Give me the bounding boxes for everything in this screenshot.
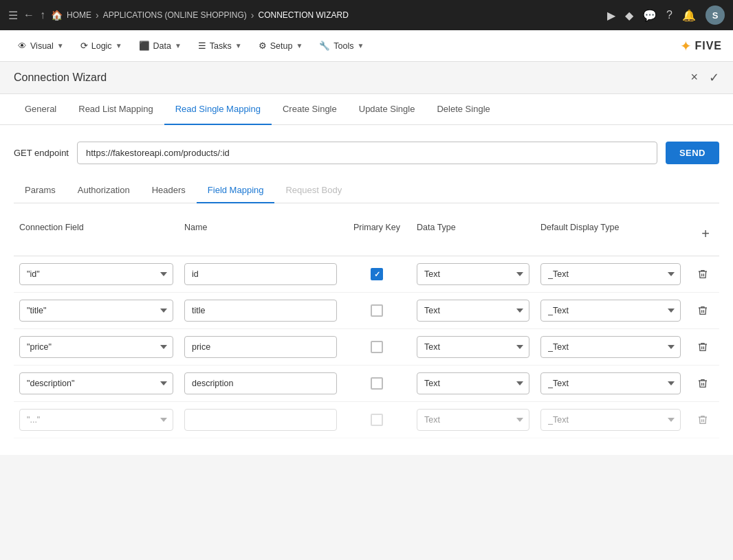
sub-tab-field-mapping[interactable]: Field Mapping bbox=[197, 178, 275, 203]
sub-tab-params[interactable]: Params bbox=[14, 178, 67, 203]
delete-row-button-3[interactable] bbox=[693, 374, 712, 393]
name-input-4[interactable] bbox=[184, 409, 337, 431]
cell-delete-2 bbox=[686, 337, 719, 357]
sub-tab-headers[interactable]: Headers bbox=[141, 178, 197, 203]
data-caret: ▼ bbox=[175, 42, 182, 49]
nav-visual[interactable]: 👁 Visual ▼ bbox=[11, 37, 71, 55]
name-input-3[interactable] bbox=[184, 372, 337, 394]
tab-general[interactable]: General bbox=[14, 94, 67, 125]
endpoint-label: GET endpoint bbox=[14, 148, 69, 158]
help-icon[interactable]: ? bbox=[666, 9, 672, 21]
data-type-select-4[interactable]: Text bbox=[417, 409, 529, 431]
cell-delete-0 bbox=[686, 265, 719, 284]
default-display-select-4[interactable]: _Text bbox=[540, 409, 681, 431]
connection-field-select-3[interactable]: "description" bbox=[19, 372, 173, 394]
cell-name-3 bbox=[179, 372, 342, 394]
connection-field-select-2[interactable]: "price" bbox=[19, 336, 173, 358]
tab-create-single[interactable]: Create Single bbox=[272, 94, 348, 125]
send-button[interactable]: SEND bbox=[666, 142, 719, 164]
sub-tab-request-body: Request Body bbox=[274, 178, 353, 203]
name-input-1[interactable] bbox=[184, 300, 337, 322]
wizard-close-button[interactable]: × bbox=[690, 70, 698, 85]
up-icon[interactable]: ↑ bbox=[40, 9, 45, 21]
primary-key-checkbox-4[interactable] bbox=[371, 414, 383, 426]
tab-update-single[interactable]: Update Single bbox=[348, 94, 426, 125]
back-icon[interactable]: ← bbox=[23, 9, 34, 21]
breadcrumb-home[interactable]: HOME bbox=[67, 10, 91, 20]
primary-key-checkbox-0[interactable] bbox=[371, 268, 383, 280]
hamburger-icon[interactable]: ☰ bbox=[8, 9, 18, 22]
table-row: "..." Text bbox=[14, 402, 719, 438]
endpoint-input[interactable] bbox=[77, 142, 657, 164]
tab-delete-single[interactable]: Delete Single bbox=[426, 94, 501, 125]
name-input-0[interactable] bbox=[184, 263, 337, 285]
cell-primary-key-2 bbox=[342, 341, 411, 353]
name-input-2[interactable] bbox=[184, 336, 337, 358]
nav-data[interactable]: ⬛ Data ▼ bbox=[132, 36, 188, 55]
delete-row-button-4[interactable] bbox=[693, 410, 712, 429]
diamond-icon[interactable]: ◆ bbox=[625, 9, 633, 22]
primary-key-checkbox-3[interactable] bbox=[371, 377, 383, 390]
default-display-select-1[interactable]: _Text _Number bbox=[540, 300, 681, 322]
cell-default-display-3: _Text _Number bbox=[535, 372, 686, 394]
table-rows-container: "id" Text Number Boolean D bbox=[14, 256, 719, 438]
connection-field-select-1[interactable]: "title" bbox=[19, 300, 173, 322]
nav-logic[interactable]: ⟳ Logic ▼ bbox=[74, 36, 129, 55]
tasks-label: Tasks bbox=[210, 41, 232, 51]
logic-label: Logic bbox=[91, 41, 112, 51]
cell-name-0 bbox=[179, 263, 342, 285]
visual-caret: ▼ bbox=[57, 42, 64, 49]
delete-row-button-1[interactable] bbox=[693, 301, 712, 320]
breadcrumb-sep-1: › bbox=[96, 10, 99, 21]
add-row-button[interactable]: + bbox=[694, 223, 716, 245]
tab-read-single[interactable]: Read Single Mapping bbox=[164, 94, 272, 125]
nav-setup[interactable]: ⚙ Setup ▼ bbox=[252, 36, 310, 55]
bell-icon[interactable]: 🔔 bbox=[682, 9, 696, 22]
tools-label: Tools bbox=[333, 41, 353, 51]
breadcrumb-app[interactable]: APPLICATIONS (ONLINE SHOPPING) bbox=[103, 10, 247, 20]
cell-primary-key-0 bbox=[342, 268, 411, 280]
wizard-actions: × ✓ bbox=[690, 70, 719, 85]
cell-data-type-4: Text bbox=[411, 409, 535, 431]
table-row: "title" Text Number bbox=[14, 293, 719, 329]
cell-connection-field-1: "title" bbox=[14, 300, 179, 322]
default-display-select-0[interactable]: _Text _Number _Date bbox=[540, 263, 681, 285]
home-icon: 🏠 bbox=[51, 10, 63, 21]
cell-data-type-0: Text Number Boolean Date bbox=[411, 263, 535, 285]
cell-connection-field-2: "price" bbox=[14, 336, 179, 358]
cell-data-type-2: Text Number bbox=[411, 336, 535, 358]
setup-label: Setup bbox=[270, 41, 293, 51]
play-icon[interactable]: ▶ bbox=[607, 9, 615, 22]
connection-field-select-4[interactable]: "..." bbox=[19, 409, 173, 431]
main-content: Connection Wizard × ✓ General Read List … bbox=[0, 62, 733, 455]
sub-tabs: Params Authorization Headers Field Mappi… bbox=[14, 178, 719, 203]
wizard-confirm-button[interactable]: ✓ bbox=[709, 70, 719, 85]
setup-caret: ▼ bbox=[296, 42, 303, 49]
tab-read-list[interactable]: Read List Mapping bbox=[67, 94, 164, 125]
data-type-select-0[interactable]: Text Number Boolean Date bbox=[417, 263, 529, 285]
data-type-select-1[interactable]: Text Number bbox=[417, 300, 529, 322]
primary-key-checkbox-2[interactable] bbox=[371, 341, 383, 353]
nav-tools[interactable]: 🔧 Tools ▼ bbox=[312, 36, 371, 55]
sub-tab-authorization[interactable]: Authorization bbox=[67, 178, 141, 203]
data-label: Data bbox=[153, 41, 171, 51]
default-display-select-3[interactable]: _Text _Number bbox=[540, 372, 681, 394]
nav-tasks[interactable]: ☰ Tasks ▼ bbox=[191, 36, 249, 55]
delete-row-button-2[interactable] bbox=[693, 337, 712, 357]
data-type-select-3[interactable]: Text Number bbox=[417, 372, 529, 394]
cell-default-display-2: _Text _Number bbox=[535, 336, 686, 358]
chat-icon[interactable]: 💬 bbox=[643, 9, 657, 22]
cell-primary-key-1 bbox=[342, 304, 411, 317]
avatar[interactable]: S bbox=[705, 5, 725, 25]
breadcrumb-sep-2: › bbox=[251, 10, 254, 21]
connection-field-select-0[interactable]: "id" bbox=[19, 263, 173, 285]
default-display-select-2[interactable]: _Text _Number bbox=[540, 336, 681, 358]
table-row: "price" Text Number bbox=[14, 329, 719, 366]
cell-data-type-3: Text Number bbox=[411, 372, 535, 394]
delete-row-button-0[interactable] bbox=[693, 265, 712, 284]
visual-label: Visual bbox=[30, 41, 54, 51]
primary-key-checkbox-1[interactable] bbox=[371, 304, 383, 317]
data-type-select-2[interactable]: Text Number bbox=[417, 336, 529, 358]
cell-name-1 bbox=[179, 300, 342, 322]
data-icon: ⬛ bbox=[139, 41, 150, 51]
